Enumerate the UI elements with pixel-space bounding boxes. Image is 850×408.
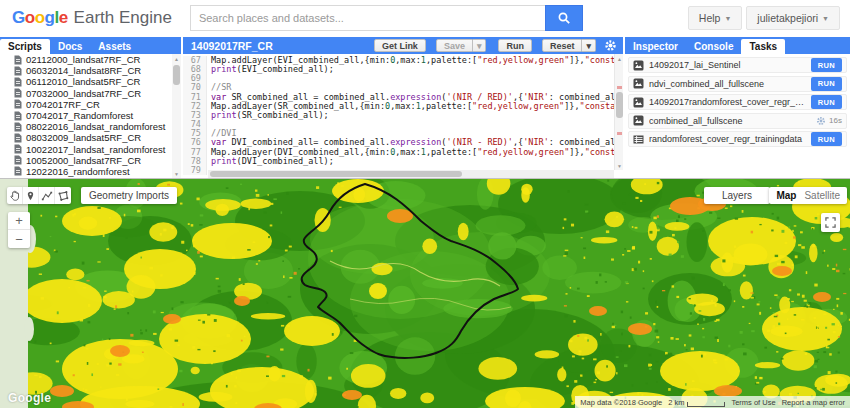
run-task-button[interactable]: RUN	[811, 77, 842, 91]
script-file-icon	[14, 122, 22, 132]
line-number: 69	[183, 74, 207, 83]
run-button[interactable]: Run	[498, 39, 532, 52]
scripts-panel: ScriptsDocsAssets 02112000_landsat7RF_CR…	[0, 37, 181, 178]
code-editor[interactable]: 67Map.addLayer(EVI_combined_all,{min:0,m…	[183, 54, 623, 178]
run-task-button[interactable]: RUN	[811, 58, 842, 72]
line-number: 77	[183, 148, 207, 157]
map-type-satellite[interactable]: Satellite	[804, 190, 840, 201]
code-line: 78print(DVI_combined_all);	[183, 157, 623, 166]
tab-inspector[interactable]: Inspector	[625, 39, 686, 54]
zoom-in-button[interactable]: +	[8, 212, 30, 230]
script-name: 10052000_landsat7RF_CR	[26, 155, 141, 166]
script-item[interactable]: 06112010_landsat5RF_CR	[0, 76, 181, 87]
tasks-panel: InspectorConsoleTasks 14092017_lai_Senti…	[625, 37, 850, 178]
script-file-icon	[14, 77, 22, 87]
line-number: 73	[183, 111, 207, 120]
script-file-icon	[14, 88, 22, 98]
google-earth-engine-logo: Google Earth Engine	[12, 8, 172, 28]
layers-button[interactable]: Layers	[704, 187, 770, 204]
polygon-icon[interactable]	[55, 187, 71, 204]
help-menu[interactable]: Help ▼	[688, 6, 743, 30]
tab-tasks[interactable]: Tasks	[741, 39, 785, 54]
script-file-icon	[14, 111, 22, 121]
code-editor-panel: 14092017RF_CR Get Link Save ▾ Run Reset …	[183, 37, 623, 178]
code-line: 75//DVI	[183, 129, 623, 138]
search-input[interactable]	[190, 5, 545, 31]
google-logo: Google	[12, 8, 68, 28]
terms-of-use-link[interactable]: Terms of Use	[731, 398, 775, 407]
user-menu[interactable]: julietakpejiori ▼	[746, 6, 840, 30]
script-item[interactable]: 08032009_landsat5RF_CR	[0, 132, 181, 143]
editor-vertical-scrollbar[interactable]: ▲ ▼	[614, 54, 623, 170]
get-link-button[interactable]: Get Link	[374, 39, 426, 52]
scroll-annotation	[617, 86, 622, 89]
code-line: 69	[183, 74, 623, 83]
polyline-icon[interactable]	[39, 187, 55, 204]
line-number: 78	[183, 157, 207, 166]
script-name: 07042017_Randomforest	[26, 110, 133, 121]
editor-settings-button[interactable]	[604, 39, 617, 52]
run-task-button[interactable]: RUN	[811, 132, 842, 146]
save-button[interactable]: Save	[436, 39, 473, 52]
save-dropdown[interactable]: ▾	[473, 39, 487, 52]
tab-scripts[interactable]: Scripts	[0, 39, 50, 54]
script-file-icon	[14, 144, 22, 154]
report-map-error-link[interactable]: Report a map error	[782, 398, 845, 407]
chevron-down-icon: ▼	[724, 15, 731, 22]
script-item[interactable]: 07042017RF_CR	[0, 99, 181, 110]
script-name: 12022016_randomforest	[26, 166, 130, 177]
scripts-tab-bar: ScriptsDocsAssets	[0, 37, 181, 54]
scroll-up-icon[interactable]: ▲	[172, 54, 181, 63]
reset-dropdown[interactable]: ▾	[582, 39, 596, 52]
code-line: 72Map.addLayer(SR_combined_all,{min:0,ma…	[183, 102, 623, 111]
script-item[interactable]: 07032000_landsat7RF_CR	[0, 88, 181, 99]
code-line: 68print(EVI_combined_all);	[183, 65, 623, 74]
script-file-icon	[14, 133, 22, 143]
google-watermark: Google	[8, 391, 51, 405]
chevron-down-icon: ▼	[822, 15, 829, 22]
geometry-imports-button[interactable]: Geometry Imports	[81, 187, 177, 204]
tab-assets[interactable]: Assets	[90, 39, 139, 54]
script-filename: 14092017RF_CR	[191, 40, 370, 52]
task-row: combined_all_fullscene16s	[628, 113, 847, 129]
zoom-out-button[interactable]: −	[8, 230, 30, 248]
scripts-scrollbar[interactable]: ▲ ▼	[172, 54, 181, 178]
geometry-imports-label: Geometry Imports	[89, 190, 169, 201]
script-item[interactable]: 10022017_landsat_randomforest	[0, 144, 181, 155]
script-item[interactable]: 07042017_Randomforest	[0, 110, 181, 121]
pan-hand-icon[interactable]	[7, 187, 23, 204]
run-task-button[interactable]: RUN	[811, 95, 842, 109]
task-list: 14092017_lai_SentinelRUNndvi_combined_al…	[625, 54, 850, 147]
script-name: 08022016_landsat_randomforest	[26, 121, 165, 132]
script-item[interactable]: 12022016_randomforest	[0, 166, 181, 177]
tasks-tab-bar: InspectorConsoleTasks	[625, 37, 850, 54]
map-viewport[interactable]: Geometry Imports + − Layers Map Satellit…	[0, 178, 850, 408]
scroll-down-icon[interactable]: ▼	[172, 169, 181, 178]
line-number: 70	[183, 83, 207, 92]
script-item[interactable]: 06032014_landsat8RF_CR	[0, 65, 181, 76]
scroll-thumb[interactable]	[173, 65, 180, 85]
task-name: randomforest_cover_regr_trainingdata	[649, 134, 806, 144]
editor-horizontal-scrollbar[interactable]	[208, 170, 614, 178]
tab-docs[interactable]: Docs	[50, 39, 90, 54]
scroll-up-icon[interactable]: ▲	[615, 54, 623, 63]
fullscreen-button[interactable]	[821, 213, 840, 232]
reset-button[interactable]: Reset	[542, 39, 583, 52]
script-name: 08032009_landsat5RF_CR	[26, 132, 141, 143]
scripts-list: 02112000_landsat7RF_CR06032014_landsat8R…	[0, 54, 181, 178]
point-marker-icon[interactable]	[23, 187, 39, 204]
script-item[interactable]: 10052000_landsat7RF_CR	[0, 155, 181, 166]
map-type-map[interactable]: Map	[776, 190, 796, 201]
tab-console[interactable]: Console	[686, 39, 741, 54]
script-item[interactable]: 08022016_landsat_randomforest	[0, 121, 181, 132]
scroll-thumb[interactable]	[210, 171, 462, 177]
scroll-thumb[interactable]	[616, 92, 623, 118]
script-name: 07042017RF_CR	[26, 99, 100, 110]
script-item[interactable]: 02112000_landsat7RF_CR	[0, 54, 181, 65]
search-button[interactable]	[545, 5, 583, 31]
scale-bar: 2 km	[668, 398, 725, 407]
top-header: Google Earth Engine Help ▼ julietakpejio…	[0, 0, 850, 36]
script-name: 10022017_landsat_randomforest	[26, 144, 165, 155]
scale-line	[687, 402, 725, 407]
scroll-down-icon[interactable]: ▼	[615, 161, 623, 170]
